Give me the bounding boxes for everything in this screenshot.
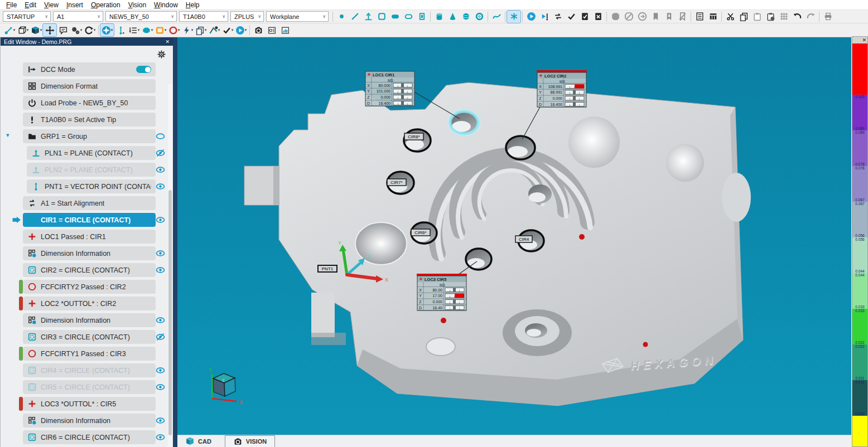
measurement-strategy-button[interactable]: ▾ (208, 24, 221, 36)
snapshot-button[interactable] (252, 24, 265, 36)
panel-scrollbar[interactable] (168, 84, 172, 447)
measurement-label-LOC1-CIR1[interactable]: LOC1 CIR1MSX80.000Y101.000Z0.000D16.400 (365, 71, 414, 106)
execute-program-button[interactable] (524, 11, 538, 23)
menu-window[interactable]: Window (150, 1, 182, 9)
visibility-open-eye-icon[interactable] (156, 366, 165, 375)
visibility-open-eye-icon[interactable] (156, 182, 165, 191)
item-button[interactable]: CIR6 = CIRCLE (CONTACT) (23, 430, 156, 444)
cylinder-feature-button[interactable] (432, 11, 446, 23)
feature-tag-CIR6[interactable]: CIR6* (411, 229, 430, 236)
visibility-open-eye-icon[interactable] (156, 215, 165, 225)
execute-from-cursor-button[interactable] (538, 11, 551, 23)
mark-features-button[interactable]: ▾ (221, 24, 234, 36)
item-button[interactable]: Load Probe - NEW5_BY_50 (23, 96, 156, 110)
visibility-open-eye-icon[interactable] (156, 315, 165, 325)
circle-feature-button[interactable] (375, 11, 388, 23)
item-button[interactable]: CIR1 = CIRCLE (CONTACT) (23, 213, 156, 227)
cancel-button[interactable] (622, 11, 635, 23)
plane-feature-button[interactable] (361, 11, 375, 23)
item-button[interactable]: Dimension Format (23, 79, 156, 93)
item-button[interactable]: CIR4 = CIRCLE (CONTACT) (23, 363, 156, 377)
chevron-down-icon[interactable]: ▾ (13, 28, 16, 32)
clear-all-marks-button[interactable] (591, 11, 605, 23)
rectangle-feature-button[interactable]: ▾ (154, 24, 167, 36)
report-window-button[interactable] (693, 11, 706, 23)
feature-list-button[interactable]: ▾ (127, 24, 141, 36)
item-button[interactable]: FCFCIRTY2 Passed : CIR2 (23, 280, 156, 294)
item-button[interactable]: Dimension Information (23, 414, 156, 427)
menu-insert[interactable]: Insert (62, 1, 87, 9)
close-icon[interactable]: ✕ (165, 39, 170, 45)
graph-window-button[interactable] (278, 24, 292, 36)
sphere-feature-button[interactable] (459, 11, 472, 23)
item-button[interactable]: PLN2 = PLANE (CONTACT) (27, 163, 156, 177)
close-icon[interactable]: ✕ (862, 37, 866, 43)
measurement-label-LOC3-CIR5[interactable]: LOC3 CIR5MSX80.00Y17.00Z0.000D16.40 (417, 274, 467, 311)
feature-tag-PNT1[interactable]: PNT1 (318, 265, 337, 272)
redo-button[interactable] (804, 11, 817, 23)
feature-tag-CIR7[interactable]: CIR7* (387, 179, 406, 186)
visibility-open-eye-icon[interactable] (156, 165, 165, 174)
chevron-down-icon[interactable]: ▾ (178, 28, 180, 32)
bookmark-add-button[interactable] (662, 11, 676, 23)
comment-button[interactable] (56, 24, 70, 36)
dropdown-new5_by_50[interactable]: NEW5_BY_50∨ (105, 11, 177, 22)
print-button[interactable] (821, 11, 835, 23)
copy-features-button[interactable]: ▾ (194, 24, 208, 36)
item-button[interactable]: CIR2 = CIRCLE (CONTACT) (23, 263, 156, 277)
menu-help[interactable]: Help (182, 1, 204, 9)
continue-button[interactable] (635, 11, 649, 23)
dropdown-t1a0b0[interactable]: T1A0B0∨ (179, 11, 228, 22)
item-button[interactable]: Dimension Information (23, 313, 156, 327)
line-feature-button[interactable] (348, 11, 361, 23)
chevron-down-icon[interactable]: ▾ (111, 28, 113, 32)
item-button[interactable]: GRP1 = Group (23, 129, 156, 143)
mark-button[interactable] (565, 11, 578, 23)
paste-button[interactable] (750, 11, 764, 23)
pan-mode-button[interactable] (43, 24, 56, 36)
curve-feature-button[interactable] (490, 11, 503, 23)
chevron-down-icon[interactable]: ▾ (165, 28, 167, 32)
visibility-open-eye-icon[interactable] (156, 433, 165, 442)
visibility-open-eye-icon[interactable] (156, 416, 165, 425)
change-marked-button[interactable] (551, 11, 565, 23)
chevron-down-icon[interactable]: ▾ (232, 28, 234, 32)
pattern-button[interactable] (777, 11, 790, 23)
chevron-down-icon[interactable]: ▾ (205, 28, 207, 32)
auto-feature-button[interactable] (507, 11, 520, 23)
visibility-outline-eye-icon[interactable] (156, 132, 165, 141)
dcc-mode-toggle[interactable] (136, 66, 151, 73)
round-slot-feature-button[interactable] (388, 11, 402, 23)
report-template-button[interactable] (706, 11, 720, 23)
menu-operation[interactable]: Operation (87, 1, 124, 9)
panel-splitter[interactable] (173, 37, 177, 447)
item-button[interactable]: FCFCIRTY1 Passed : CIR3 (23, 347, 156, 361)
chevron-down-icon[interactable]: ▾ (80, 28, 83, 32)
probe-mode-button[interactable]: ▾ (3, 24, 16, 36)
visibility-slash-eye-icon[interactable] (156, 148, 165, 158)
copy-button[interactable] (737, 11, 750, 23)
circle-tool-button[interactable]: ▾ (167, 24, 181, 36)
measurement-label-LOC2-CIR2[interactable]: LOC2 CIR2MSX108.991Y88.991Z0.000D16.400 (537, 70, 587, 108)
surface-feature-button[interactable]: ▾ (141, 24, 154, 36)
item-button[interactable]: Dimension Information (23, 246, 156, 260)
menu-file[interactable]: File (2, 1, 21, 9)
stop-button[interactable] (609, 11, 622, 23)
quick-feature-button[interactable]: ▾ (181, 24, 194, 36)
torus-feature-button[interactable] (472, 11, 486, 23)
gear-icon[interactable] (157, 50, 166, 59)
undo-button[interactable] (790, 11, 804, 23)
chevron-down-icon[interactable]: ▾ (40, 28, 42, 32)
item-button[interactable]: PLN1 = PLANE (CONTACT) (27, 146, 156, 160)
item-button[interactable]: PNT1 = VECTOR POINT (CONTAC (27, 179, 156, 193)
item-button[interactable]: CIR3 = CIRCLE (CONTACT) (23, 330, 156, 344)
item-button[interactable]: A1 = Start Alignment (23, 196, 156, 210)
expander-icon[interactable]: ▾ (6, 132, 9, 139)
square-slot-feature-button[interactable] (402, 11, 415, 23)
chevron-down-icon[interactable]: ▾ (151, 28, 153, 32)
menu-view[interactable]: View (40, 1, 62, 9)
visibility-slash-eye-icon[interactable] (156, 332, 165, 342)
chevron-down-icon[interactable]: ▾ (138, 28, 140, 32)
chevron-down-icon[interactable]: ▾ (245, 28, 247, 32)
item-button[interactable]: T1A0B0 = Set Active Tip (23, 113, 156, 127)
